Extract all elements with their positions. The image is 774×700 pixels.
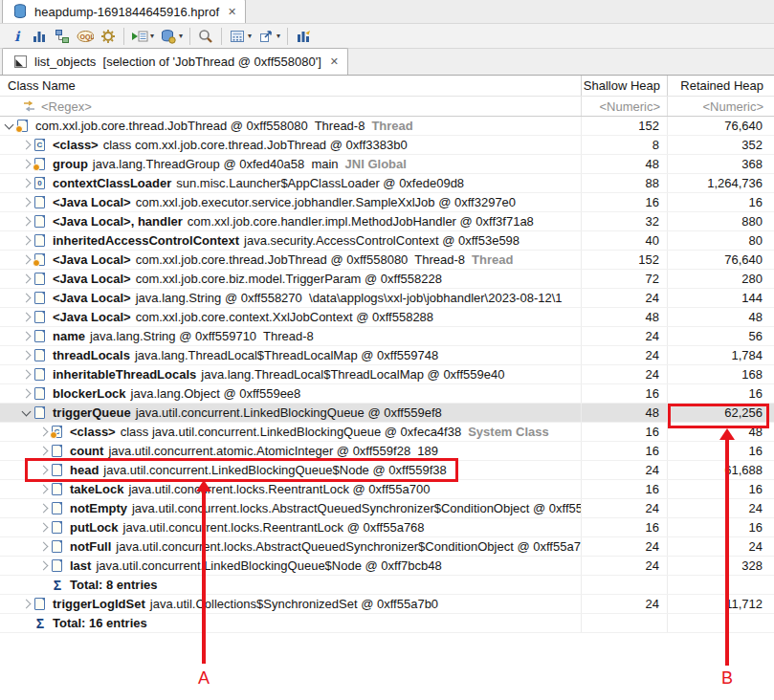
tree-row[interactable]: com.xxl.job.core.thread.JobThread @ 0xff… [0, 117, 774, 136]
dropdown-arrow-icon[interactable]: ▾ [179, 32, 183, 40]
info-icon: i [8, 29, 25, 44]
expander-closed-icon[interactable] [38, 504, 48, 514]
tree-row[interactable]: <Java Local>java.lang.String @ 0xff55827… [0, 289, 774, 308]
field-name: head [70, 463, 99, 477]
shallow-heap-filter-input[interactable]: <Numeric> [581, 97, 667, 116]
expander-closed-icon[interactable] [21, 313, 31, 322]
expander-closed-icon[interactable] [21, 274, 31, 284]
tree-row[interactable]: countjava.util.concurrent.atomic.AtomicI… [0, 442, 774, 461]
dropdown-arrow-icon[interactable]: ▾ [276, 32, 280, 40]
info-button[interactable]: i [5, 27, 28, 46]
histogram-button[interactable] [28, 27, 51, 46]
expander-closed-icon[interactable] [38, 523, 48, 533]
tree-row[interactable]: inheritableThreadLocalsjava.lang.ThreadL… [0, 365, 774, 384]
expander-closed-icon[interactable] [38, 561, 48, 571]
object-icon [33, 234, 47, 248]
search-icon [197, 29, 214, 44]
heap-actions-button[interactable]: ▾ [157, 27, 186, 46]
object-description: com.xxl.job.executor.service.jobhandler.… [136, 195, 516, 209]
object-description: java.lang.ThreadLocal$ThreadLocalMap @ 0… [135, 348, 438, 362]
search-button[interactable] [194, 27, 217, 46]
tree-row[interactable]: ΣTotal: 16 entries [0, 614, 774, 633]
expander-closed-icon[interactable] [21, 389, 31, 399]
class-name-cell: lastjava.util.concurrent.LinkedBlockingQ… [0, 558, 581, 573]
tree-row[interactable]: <Java Local>com.xxl.job.core.biz.model.T… [0, 270, 774, 289]
expander-closed-icon[interactable] [21, 332, 31, 341]
field-name: triggerQueue [53, 405, 131, 420]
expander-closed-icon[interactable] [21, 179, 31, 188]
expander-closed-icon[interactable] [21, 217, 31, 227]
expander-open-icon[interactable] [21, 406, 31, 416]
tree-row[interactable]: blockerLockjava.lang.Object @ 0xff559ee8… [0, 384, 774, 404]
expander-closed-icon[interactable] [21, 141, 31, 150]
expander-closed-icon[interactable] [38, 427, 48, 437]
expander-closed-icon[interactable] [21, 351, 31, 361]
object-root-icon [33, 253, 47, 267]
view-tab-close-icon[interactable]: ✕ [330, 55, 339, 68]
expander-closed-icon[interactable] [21, 255, 31, 265]
object-description: sun.misc.Launcher$AppClassLoader @ 0xfed… [176, 176, 464, 190]
memory-analyzer-window: heapdump-1691844645916.hprof ✕ iOQL▾▾▾▾ … [0, 0, 774, 700]
tree-row[interactable]: C<class>class com.xxl.job.core.thread.Jo… [0, 136, 774, 155]
calculate-retained-size-button[interactable]: ▾ [226, 27, 254, 46]
shallow-heap-cell: 16 [581, 442, 667, 460]
tree-row[interactable]: takeLockjava.util.concurrent.locks.Reent… [0, 480, 774, 499]
expander-open-icon[interactable] [4, 120, 13, 129]
dropdown-arrow-icon[interactable]: ▾ [150, 32, 154, 40]
retained-heap-cell: 16 [667, 518, 770, 536]
tree-row[interactable]: triggerLogIdSetjava.util.Collections$Syn… [0, 595, 774, 614]
tree-row[interactable]: <Java Local>, handlercom.xxl.job.core.ha… [0, 212, 774, 231]
run-query-button[interactable]: ▾ [128, 27, 157, 46]
customize-button[interactable] [97, 27, 120, 46]
tree-row[interactable]: <Java Local>com.xxl.job.core.thread.JobT… [0, 251, 774, 270]
expander-closed-icon[interactable] [38, 542, 48, 552]
expander-closed-icon[interactable] [21, 160, 31, 169]
retained-heap-cell: 328 [667, 557, 770, 575]
tree-row[interactable]: <Java Local>com.xxl.job.executor.service… [0, 193, 774, 212]
tree-row[interactable]: triggerQueuejava.util.concurrent.LinkedB… [0, 404, 774, 423]
shallow-heap-cell: 24 [581, 346, 667, 364]
expander-closed-icon[interactable] [38, 466, 48, 475]
tree-row[interactable]: groupjava.lang.ThreadGroup @ 0xfed40a58 … [0, 155, 774, 174]
expander-closed-icon[interactable] [21, 370, 31, 380]
tree-row[interactable]: notFulljava.util.concurrent.locks.Abstra… [0, 537, 774, 557]
expander-closed-icon[interactable] [21, 198, 31, 208]
object-icon [33, 349, 47, 362]
expander-closed-icon[interactable] [38, 447, 48, 456]
export-button[interactable]: ▾ [254, 27, 283, 46]
class-name-cell: <Java Local>java.lang.String @ 0xff55827… [0, 291, 581, 305]
dropdown-arrow-icon[interactable]: ▾ [248, 32, 252, 40]
tree-row[interactable]: ΣTotal: 8 entries [0, 576, 774, 595]
tree-row[interactable]: namejava.lang.String @ 0xff559710 Thread… [0, 327, 774, 346]
dominator-tree-button[interactable] [51, 27, 74, 46]
tree-row[interactable]: headjava.util.concurrent.LinkedBlockingQ… [0, 461, 774, 480]
field-name: group [53, 157, 88, 171]
view-tab-list-objects[interactable]: list_objects [selection of 'JobThread @ … [2, 48, 348, 75]
retained-heap-cell: 48 [667, 308, 770, 326]
class-name-cell: C<class>class java.util.concurrent.Linke… [0, 425, 581, 439]
editor-tab-close-icon[interactable]: ✕ [228, 6, 236, 18]
tree-row[interactable]: C<class>class java.util.concurrent.Linke… [0, 423, 774, 442]
tree-row[interactable]: threadLocalsjava.lang.ThreadLocal$Thread… [0, 346, 774, 365]
tree-row[interactable]: putLockjava.util.concurrent.locks.Reentr… [0, 518, 774, 537]
retained-heap-cell: 880 [667, 212, 770, 230]
tree-row[interactable]: inheritedAccessControlContextjava.securi… [0, 231, 774, 251]
oql-button[interactable]: OQL [74, 27, 97, 46]
object-description: java.util.concurrent.locks.ReentrantLock… [128, 482, 430, 496]
retained-heap-filter-input[interactable]: <Numeric> [667, 97, 770, 116]
tree-row[interactable]: <Java Local>com.xxl.job.core.context.Xxl… [0, 308, 774, 327]
expander-closed-icon[interactable] [21, 236, 31, 246]
tree-row[interactable]: notEmptyjava.util.concurrent.locks.Abstr… [0, 499, 774, 518]
tree-row[interactable]: lastjava.util.concurrent.LinkedBlockingQ… [0, 557, 774, 576]
compare-button[interactable] [292, 27, 315, 46]
expander-closed-icon[interactable] [21, 294, 31, 303]
list-objects-report-icon [11, 55, 29, 70]
tree-row[interactable]: 0contextClassLoadersun.misc.Launcher$App… [0, 174, 774, 193]
expander-closed-icon[interactable] [21, 600, 31, 609]
column-header-shallow-heap[interactable]: Shallow Heap [581, 76, 667, 96]
expander-closed-icon[interactable] [38, 485, 48, 494]
class-name-filter-input[interactable]: <Regex> [41, 99, 92, 114]
column-header-class-name[interactable]: Class Name [0, 78, 581, 93]
column-header-retained-heap[interactable]: Retained Heap [667, 76, 770, 96]
editor-tab-heapdump[interactable]: heapdump-1691844645916.hprof ✕ [2, 0, 246, 23]
